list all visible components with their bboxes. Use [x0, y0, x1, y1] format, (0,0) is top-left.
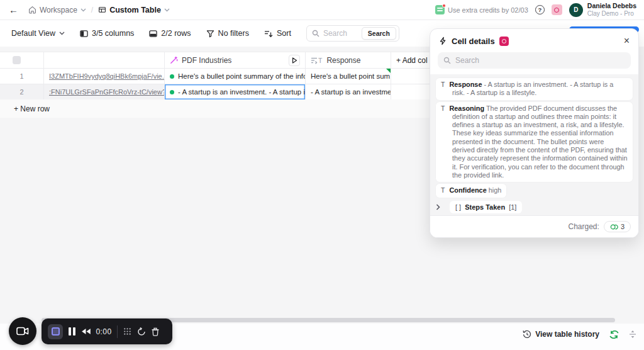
url-cell[interactable]: :FNi7ULGrSFaPnGFfcRoVrz-tC/view?...: [44, 84, 165, 99]
add-column-button[interactable]: + Add col: [391, 52, 434, 68]
view-table-history-button[interactable]: View table history: [523, 330, 599, 339]
response-cell[interactable]: Here's a bullet point sum...: [306, 69, 391, 84]
filters-control[interactable]: No filters: [206, 29, 249, 38]
workspace-home-icon: [28, 6, 36, 14]
reasoning-field-label: Reasoning: [449, 104, 484, 112]
extra-credits-note[interactable]: Use extra credits by 02/03: [435, 5, 528, 14]
pdf-industries-cell[interactable]: Here's a bullet point summary of the inf…: [165, 69, 306, 84]
url-link[interactable]: I3ZMTbFIH9vydyq8qiHBk6mpjaF/vie...: [49, 72, 165, 80]
user-name: Daniela Debebs: [587, 2, 636, 10]
reasoning-field-value: The provided PDF document discusses the …: [452, 104, 627, 179]
steps-taken-chip[interactable]: [ ]Steps Taken[1]: [450, 201, 522, 213]
sync-button[interactable]: [609, 330, 619, 339]
chevron-right-icon[interactable]: [436, 204, 440, 210]
chevron-down-icon: [59, 31, 65, 35]
row-number[interactable]: 2: [0, 84, 44, 99]
sync-icon: [609, 330, 619, 339]
steps-taken-row[interactable]: [ ]Steps Taken[1]: [436, 201, 633, 213]
help-icon[interactable]: ?: [535, 5, 545, 14]
panel-footer: Charged: 3: [430, 215, 638, 237]
data-table: PDF Industries T Response + Add col 1 I3…: [0, 52, 434, 100]
url-column-header[interactable]: [44, 52, 165, 68]
user-plan: Clay Demo - Pro: [587, 10, 636, 18]
response-column-header[interactable]: T Response: [306, 52, 391, 68]
breadcrumb-table-title[interactable]: Custom Table: [98, 6, 170, 14]
sort-control[interactable]: Sort: [264, 29, 291, 38]
pdf-industries-label: PDF Industries: [182, 56, 231, 65]
select-all-checkbox[interactable]: [13, 56, 21, 64]
response-field[interactable]: TResponse - A startup is an investment. …: [436, 78, 633, 100]
text-type-icon: T: [441, 81, 445, 88]
credits-icon: [435, 5, 445, 14]
confidence-field[interactable]: TConfidence high: [436, 184, 506, 197]
cell-details-panel: Cell details × Search TResponse - A star…: [430, 28, 639, 238]
recording-controls: 0:00: [42, 319, 172, 344]
pdf-cell-text: - A startup is an investment. - A startu…: [178, 88, 306, 96]
drag-handle[interactable]: [123, 327, 131, 336]
grid-dots-icon: [123, 327, 131, 336]
table-search-input[interactable]: Search Search: [306, 25, 399, 42]
page-title: Custom Table: [109, 6, 161, 14]
pdf-industries-column-header[interactable]: PDF Industries: [165, 52, 306, 68]
view-selector[interactable]: Default View: [11, 29, 65, 38]
breadcrumb-workspace[interactable]: Workspace: [28, 6, 86, 14]
new-row-button[interactable]: + New row: [0, 99, 434, 118]
panel-search-input[interactable]: Search: [438, 52, 631, 69]
restart-recording-button[interactable]: [137, 327, 146, 336]
panel-search-placeholder: Search: [455, 56, 479, 65]
pause-button[interactable]: [69, 327, 75, 336]
columns-control[interactable]: 3/5 columns: [80, 29, 134, 38]
restart-icon: [137, 327, 146, 336]
delete-recording-button[interactable]: [152, 327, 159, 336]
charged-label: Charged:: [569, 222, 599, 231]
workspace-label: Workspace: [40, 6, 77, 14]
user-meta: Daniela Debebs Clay Demo - Pro: [587, 2, 636, 18]
restart-clip-button[interactable]: [81, 328, 91, 335]
credits-charged-pill[interactable]: 3: [604, 221, 631, 232]
clay-table-app: ← Workspace / Custom Table Use extra cre…: [0, 0, 644, 350]
url-cell[interactable]: I3ZMTbFIH9vydyq8qiHBk6mpjaF/vie...: [44, 69, 165, 84]
empty-cell: [391, 84, 434, 99]
camera-bubble-button[interactable]: [9, 317, 36, 345]
recorder-extension-icon[interactable]: [552, 4, 562, 15]
sort-icon: [264, 30, 273, 38]
divider: [117, 325, 118, 338]
panel-resize-handle[interactable]: [629, 330, 636, 339]
close-icon[interactable]: ×: [624, 36, 630, 46]
notification-dot: [442, 4, 446, 8]
search-placeholder: Search: [323, 29, 358, 38]
row-number[interactable]: 1: [0, 69, 44, 84]
steps-taken-label: Steps Taken: [465, 203, 505, 211]
rows-icon: [149, 30, 157, 38]
pdf-industries-cell-selected[interactable]: - A startup is an investment. - A startu…: [165, 84, 306, 99]
rows-control[interactable]: 2/2 rows: [149, 29, 191, 38]
panel-header: Cell details ×: [430, 29, 638, 51]
back-arrow-icon[interactable]: ←: [9, 4, 18, 15]
response-cell[interactable]: - A startup is an investme...: [306, 84, 391, 99]
credits-charged-value: 3: [621, 223, 625, 230]
panel-body: TResponse - A startup is an investment. …: [430, 74, 638, 215]
response-label: Response: [326, 56, 360, 65]
bolt-icon: [439, 37, 447, 45]
search-icon: [312, 30, 319, 37]
screen-share-toggle[interactable]: [48, 324, 63, 339]
sort-label: Sort: [277, 29, 291, 38]
new-data-corner-marker: [386, 69, 391, 73]
rewind-icon: [81, 328, 91, 335]
steps-taken-count: [1]: [509, 203, 516, 211]
breadcrumb-separator: /: [91, 6, 93, 14]
user-menu[interactable]: D Daniela Debebs Clay Demo - Pro: [569, 2, 636, 18]
pdf-cell-text: Here's a bullet point summary of the inf…: [178, 72, 306, 80]
vertical-splitter-icon: [629, 330, 636, 339]
text-type-icon: T: [441, 186, 445, 194]
screen-icon: [52, 327, 60, 336]
url-link[interactable]: :FNi7ULGrSFaPnGFfcRoVrz-tC/view?...: [49, 88, 165, 96]
success-dot-icon: [170, 90, 174, 94]
run-column-button[interactable]: [289, 55, 300, 66]
response-cell-text: Here's a bullet point sum...: [311, 72, 391, 80]
success-dot-icon: [170, 74, 174, 79]
search-button[interactable]: Search: [362, 27, 396, 40]
reasoning-field[interactable]: TReasoning The provided PDF document dis…: [436, 102, 633, 183]
table-footer-actions: View table history: [523, 330, 636, 339]
history-icon: [523, 330, 531, 339]
